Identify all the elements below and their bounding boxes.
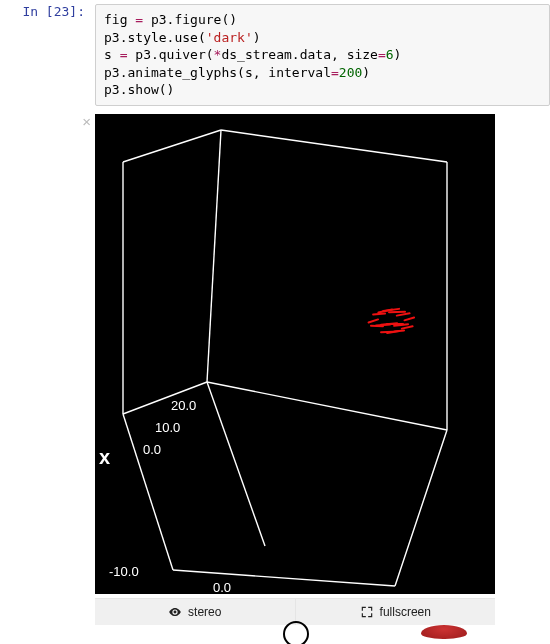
code-tok: p3.figure() [143, 12, 237, 27]
code-tok: = [331, 65, 339, 80]
svg-line-7 [173, 570, 395, 586]
svg-line-10 [207, 382, 265, 546]
output-prompt-area: × [0, 114, 95, 644]
code-tok: p3.animate_glyphs(s, interval [104, 65, 331, 80]
stereo-button[interactable]: stereo [95, 598, 295, 625]
code-tok: ) [253, 30, 261, 45]
code-tok: = [135, 12, 143, 27]
code-cell[interactable]: fig = p3.figure() p3.style.use('dark') s… [95, 4, 550, 106]
svg-line-11 [207, 130, 221, 382]
code-tok: = [378, 47, 386, 62]
fullscreen-button[interactable]: fullscreen [295, 598, 496, 625]
red-blob-icon [421, 625, 467, 639]
code-tok: 200 [339, 65, 362, 80]
expand-icon [360, 605, 374, 619]
code-tok: ) [394, 47, 402, 62]
tick-10: 10.0 [155, 420, 180, 435]
tick-0: 0.0 [143, 442, 161, 457]
in-label: In [22, 4, 45, 19]
code-tok: ) [362, 65, 370, 80]
code-tok: p3.style.use( [104, 30, 206, 45]
axis-x-letter: x [99, 446, 110, 468]
code-tok: ds_stream.data, size [221, 47, 378, 62]
tick-20: 20.0 [171, 398, 196, 413]
svg-line-9 [207, 382, 447, 430]
code-tok: p3.show() [104, 82, 174, 97]
stereo-label: stereo [188, 605, 221, 619]
svg-line-6 [395, 430, 447, 586]
exec-count: 23 [54, 4, 70, 19]
code-tok: 6 [386, 47, 394, 62]
svg-line-0 [123, 130, 221, 162]
lower-controls [95, 627, 495, 644]
tick-bottom0: 0.0 [213, 580, 231, 594]
code-tok: 'dark' [206, 30, 253, 45]
eye-icon [168, 605, 182, 619]
circle-icon[interactable] [283, 621, 309, 644]
fullscreen-label: fullscreen [380, 605, 431, 619]
quiver-glyph-cluster [367, 292, 427, 340]
svg-line-1 [221, 130, 447, 162]
code-tok: s [104, 47, 120, 62]
svg-line-5 [123, 414, 173, 570]
tick-m10: -10.0 [109, 564, 139, 579]
input-prompt: In [23]: [0, 4, 95, 19]
close-icon[interactable]: × [82, 114, 91, 129]
ipyvolume-canvas[interactable]: 20.0 10.0 0.0 x -10.0 0.0 [95, 114, 495, 594]
code-tok: fig [104, 12, 135, 27]
output-body: 20.0 10.0 0.0 x -10.0 0.0 [95, 114, 550, 644]
code-tok: p3.quiver( [127, 47, 213, 62]
cube-wireframe: 20.0 10.0 0.0 x -10.0 0.0 [95, 114, 495, 594]
